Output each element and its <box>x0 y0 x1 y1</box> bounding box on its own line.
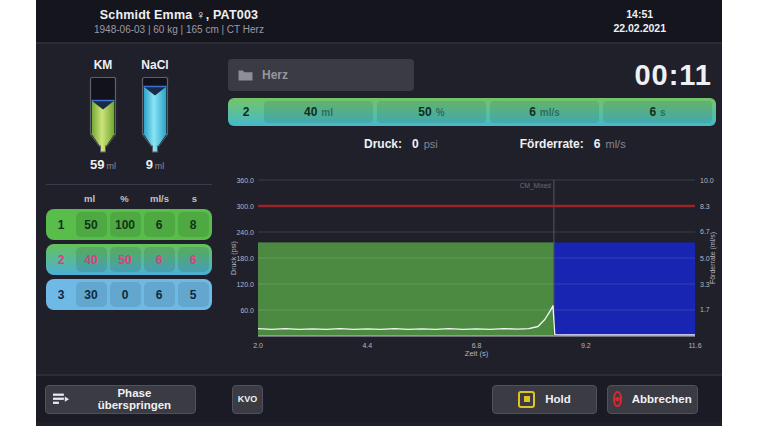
phase-3-ml: 30 <box>76 282 107 307</box>
elapsed-timer: 00:11 <box>634 59 712 92</box>
phase-2-number: 2 <box>48 253 74 267</box>
hold-label: Hold <box>545 393 571 405</box>
nacl-volume: 9ml <box>146 157 165 172</box>
phase-2-ml: 40 <box>76 247 107 272</box>
active-phase-percent: 50% <box>377 101 486 123</box>
phase-3-number: 3 <box>48 288 74 302</box>
abort-label: Abbrechen <box>632 393 692 405</box>
phase-3-percent: 0 <box>110 282 141 307</box>
phase-3-seconds: 5 <box>178 282 209 307</box>
col-percent: % <box>107 193 142 204</box>
pressure-value: 0 <box>412 137 419 151</box>
col-ml: ml <box>72 193 107 204</box>
active-percent-value: 50 <box>418 105 431 119</box>
active-phase-flow: 6ml/s <box>490 101 599 123</box>
hold-icon <box>518 391 535 408</box>
flowrate-readout: Förderrate: 6 ml/s <box>520 137 626 151</box>
active-volume-unit: ml <box>321 107 333 118</box>
svg-text:Zeit (s): Zeit (s) <box>465 349 489 358</box>
abort-icon <box>613 391 622 407</box>
phase-1-percent: 100 <box>110 212 141 237</box>
kvo-button[interactable]: KVO <box>232 385 263 414</box>
svg-text:1.7: 1.7 <box>700 306 710 313</box>
nacl-volume-unit: ml <box>155 161 165 171</box>
active-phase-bar: 2 40ml 50% 6ml/s 6s <box>228 98 716 126</box>
protocol-selector[interactable]: Herz <box>228 59 414 91</box>
phase-row-2-active[interactable]: 2 40 50 6 6 <box>46 244 212 275</box>
protocol-row: Herz 00:11 <box>228 58 722 92</box>
svg-text:Förderrate (ml/s): Förderrate (ml/s) <box>709 232 717 284</box>
svg-text:60.0: 60.0 <box>240 307 254 314</box>
svg-text:2.0: 2.0 <box>253 342 263 349</box>
svg-text:180.0: 180.0 <box>236 255 254 262</box>
flowrate-label: Förderrate: <box>520 137 584 151</box>
flowrate-unit: ml/s <box>605 138 625 150</box>
active-percent-unit: % <box>436 107 445 118</box>
skip-phase-label: Phase überspringen <box>80 387 189 411</box>
svg-text:9.2: 9.2 <box>581 342 591 349</box>
km-volume: 59ml <box>90 157 116 172</box>
active-volume-value: 40 <box>304 105 317 119</box>
pressure-readout: Druck: 0 psi <box>364 137 438 151</box>
active-phase-number: 2 <box>230 105 262 119</box>
svg-text:6.8: 6.8 <box>472 342 482 349</box>
col-seconds: s <box>177 193 212 204</box>
active-flow-unit: ml/s <box>540 107 560 118</box>
svg-text:360.0: 360.0 <box>236 177 254 184</box>
col-flow: ml/s <box>142 193 177 204</box>
flowrate-value: 6 <box>594 137 601 151</box>
active-seconds-unit: s <box>660 107 666 118</box>
km-volume-unit: ml <box>106 161 116 171</box>
phase-2-percent: 50 <box>110 247 141 272</box>
svg-text:240.0: 240.0 <box>236 229 254 236</box>
footer-bar: Phase überspringen KVO Hold Abbrechen <box>36 374 722 422</box>
svg-text:Druck (psi): Druck (psi) <box>230 241 238 275</box>
date: 22.02.2021 <box>613 22 666 34</box>
svg-text:10.0: 10.0 <box>700 177 714 184</box>
phase-table-header: ml % ml/s s <box>46 193 212 204</box>
injection-chart: 360.010.0300.08.3240.06.7180.05.0120.03.… <box>228 162 722 360</box>
km-volume-value: 59 <box>90 157 104 172</box>
nacl-syringe-graphic <box>140 76 170 154</box>
active-flow-value: 6 <box>529 105 536 119</box>
km-syringe-graphic <box>88 76 118 154</box>
skip-phase-button[interactable]: Phase überspringen <box>45 385 196 414</box>
svg-text:120.0: 120.0 <box>236 281 254 288</box>
phase-table: ml % ml/s s 1 50 100 6 8 2 40 50 6 <box>46 193 212 310</box>
phase-3-flow: 6 <box>144 282 175 307</box>
patient-details: 1948-06-03 | 60 kg | 165 cm | CT Herz <box>94 24 264 35</box>
km-label: KM <box>94 58 113 72</box>
phase-1-ml: 50 <box>76 212 107 237</box>
active-phase-seconds: 6s <box>603 101 712 123</box>
abort-button[interactable]: Abbrechen <box>607 385 698 414</box>
clock: 14:51 22.02.2021 <box>613 8 666 34</box>
phase-row-1[interactable]: 1 50 100 6 8 <box>46 209 212 240</box>
phase-row-3[interactable]: 3 30 0 6 5 <box>46 279 212 310</box>
svg-text:CM_Mixed: CM_Mixed <box>520 182 551 190</box>
svg-text:8.3: 8.3 <box>700 203 710 210</box>
patient-info: Schmidt Emma ♀, PAT003 1948-06-03 | 60 k… <box>94 8 264 35</box>
phase-1-number: 1 <box>48 218 74 232</box>
hold-button[interactable]: Hold <box>492 385 597 414</box>
folder-icon <box>238 69 253 81</box>
kvo-label: KVO <box>238 394 258 404</box>
time: 14:51 <box>613 8 666 20</box>
nacl-volume-value: 9 <box>146 157 153 172</box>
nacl-label: NaCl <box>141 58 168 72</box>
pressure-label: Druck: <box>364 137 402 151</box>
skip-phase-icon <box>52 392 70 406</box>
active-seconds-value: 6 <box>649 105 656 119</box>
nacl-syringe[interactable]: NaCl 9ml <box>140 58 170 172</box>
syringes: KM 59ml NaCl 9ml <box>46 58 212 172</box>
svg-text:11.6: 11.6 <box>688 342 701 349</box>
patient-name: Schmidt Emma ♀, PAT003 <box>94 8 264 22</box>
km-syringe[interactable]: KM 59ml <box>88 58 118 172</box>
main-content: KM 59ml NaCl 9ml ml % ml/s s <box>36 44 722 374</box>
phase-2-flow: 6 <box>144 247 175 272</box>
phase-1-flow: 6 <box>144 212 175 237</box>
svg-text:4.4: 4.4 <box>362 342 372 349</box>
svg-text:300.0: 300.0 <box>236 203 254 210</box>
supplies-panel: KM 59ml NaCl 9ml ml % ml/s s <box>36 44 226 374</box>
pressure-unit: psi <box>424 138 438 150</box>
live-readouts: Druck: 0 psi Förderrate: 6 ml/s <box>228 132 722 156</box>
